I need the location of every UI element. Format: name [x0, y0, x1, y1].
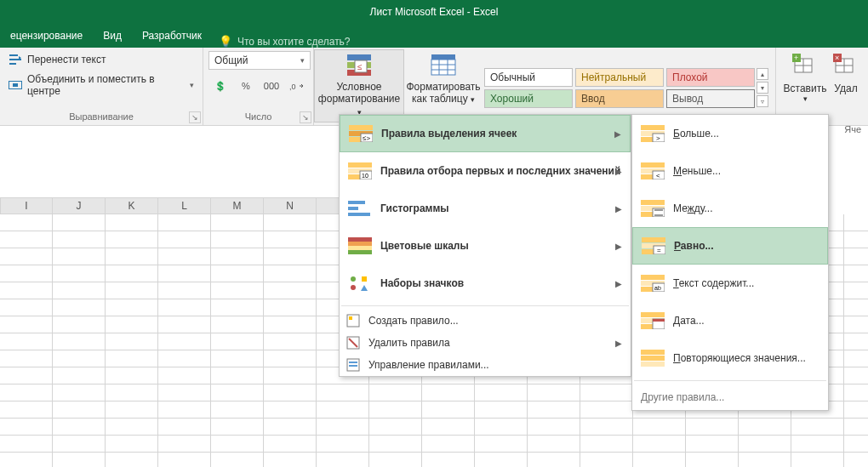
cell[interactable]	[53, 419, 106, 436]
cell[interactable]	[53, 384, 106, 402]
increase-decimal-button[interactable]: ,0	[285, 77, 309, 95]
cell[interactable]	[844, 419, 868, 436]
cell[interactable]	[158, 384, 211, 402]
cell[interactable]	[211, 402, 264, 419]
cell[interactable]	[0, 214, 53, 231]
cell[interactable]	[211, 333, 264, 350]
cell[interactable]	[844, 282, 868, 299]
cell[interactable]	[106, 419, 158, 436]
cell[interactable]	[211, 316, 264, 333]
cell[interactable]	[158, 299, 211, 316]
cell[interactable]	[211, 350, 264, 367]
cell[interactable]	[0, 384, 53, 402]
cell[interactable]	[422, 453, 475, 467]
menu-clear-rules[interactable]: Удалить правила ▶	[340, 332, 631, 354]
cell[interactable]	[422, 384, 475, 402]
cell[interactable]	[106, 350, 158, 367]
merge-center-button[interactable]: Объединить и поместить в центре ▾	[5, 71, 197, 99]
cell[interactable]	[211, 436, 264, 453]
wrap-text-button[interactable]: Перенести текст	[5, 51, 197, 68]
cell[interactable]	[158, 333, 211, 350]
cell[interactable]	[106, 214, 158, 231]
cell[interactable]	[844, 402, 868, 419]
cell[interactable]	[844, 453, 868, 467]
cell[interactable]	[0, 248, 53, 265]
cell[interactable]	[211, 214, 264, 231]
cell[interactable]	[0, 333, 53, 350]
cell[interactable]	[739, 453, 791, 467]
number-format-dropdown[interactable]: Общий ▾	[208, 51, 311, 70]
cell[interactable]	[317, 384, 369, 402]
cell[interactable]	[844, 367, 868, 384]
submenu-greater-than[interactable]: > Больше...	[632, 115, 828, 152]
cell[interactable]	[264, 384, 317, 402]
submenu-between[interactable]: Между...	[632, 190, 828, 227]
cell[interactable]	[475, 436, 528, 453]
cell[interactable]	[633, 436, 686, 453]
cell[interactable]	[0, 402, 53, 419]
cell[interactable]	[53, 214, 106, 231]
cell[interactable]	[106, 299, 158, 316]
cell[interactable]	[844, 316, 868, 333]
column-header[interactable]: L	[158, 197, 211, 214]
cell[interactable]	[158, 316, 211, 333]
cell[interactable]	[0, 419, 53, 436]
cell[interactable]	[422, 402, 475, 419]
submenu-text-contains[interactable]: ab Текст содержит...	[632, 265, 828, 302]
format-as-table-button[interactable]: Форматировать как таблицу ▾	[404, 49, 483, 122]
cell[interactable]	[528, 453, 580, 467]
cell[interactable]	[53, 367, 106, 384]
cell[interactable]	[211, 299, 264, 316]
cell[interactable]	[211, 231, 264, 248]
cell[interactable]	[475, 453, 528, 467]
cell[interactable]	[53, 248, 106, 265]
cell[interactable]	[369, 419, 422, 436]
cell[interactable]	[369, 453, 422, 467]
cell[interactable]	[158, 419, 211, 436]
cell[interactable]	[106, 333, 158, 350]
cell[interactable]	[369, 402, 422, 419]
cell[interactable]	[580, 419, 633, 436]
number-launcher[interactable]: ↘	[300, 111, 311, 123]
cell[interactable]	[580, 402, 633, 419]
cell[interactable]	[844, 350, 868, 367]
cell[interactable]	[739, 419, 791, 436]
column-header[interactable]: M	[211, 197, 264, 214]
style-neutral[interactable]: Нейтральный	[575, 68, 664, 87]
cell[interactable]	[317, 402, 369, 419]
cell[interactable]	[844, 299, 868, 316]
cell[interactable]	[791, 453, 844, 467]
cell[interactable]	[264, 333, 317, 350]
cell[interactable]	[0, 265, 53, 282]
submenu-less-than[interactable]: < Меньше...	[632, 152, 828, 190]
cell[interactable]	[0, 367, 53, 384]
cell[interactable]	[211, 384, 264, 402]
cell[interactable]	[158, 367, 211, 384]
cell[interactable]	[264, 350, 317, 367]
cell[interactable]	[264, 367, 317, 384]
cell[interactable]	[264, 316, 317, 333]
cell[interactable]	[264, 419, 317, 436]
cell[interactable]	[264, 282, 317, 299]
cell[interactable]	[844, 214, 868, 231]
cell[interactable]	[317, 419, 369, 436]
cell[interactable]	[0, 299, 53, 316]
tell-me-search[interactable]: 💡 Что вы хотите сделать?	[219, 35, 351, 48]
cell[interactable]	[158, 453, 211, 467]
cell-styles-gallery[interactable]: Обычный Нейтральный Плохой Хороший Ввод …	[484, 68, 755, 108]
menu-icon-sets[interactable]: Наборы значков ▶	[340, 265, 631, 302]
cell[interactable]	[264, 402, 317, 419]
cell[interactable]	[106, 453, 158, 467]
cell[interactable]	[106, 436, 158, 453]
submenu-equal-to[interactable]: = Равно...	[632, 227, 828, 265]
styles-more[interactable]: ▿	[757, 95, 768, 107]
cell[interactable]	[158, 231, 211, 248]
styles-scroll-down[interactable]: ▾	[757, 82, 768, 94]
cell[interactable]	[211, 367, 264, 384]
cell[interactable]	[158, 350, 211, 367]
cell[interactable]	[106, 402, 158, 419]
cell[interactable]	[528, 384, 580, 402]
styles-scroll-up[interactable]: ▴	[757, 68, 768, 80]
delete-cells-button[interactable]: × Удал	[829, 51, 863, 124]
cell[interactable]	[475, 419, 528, 436]
